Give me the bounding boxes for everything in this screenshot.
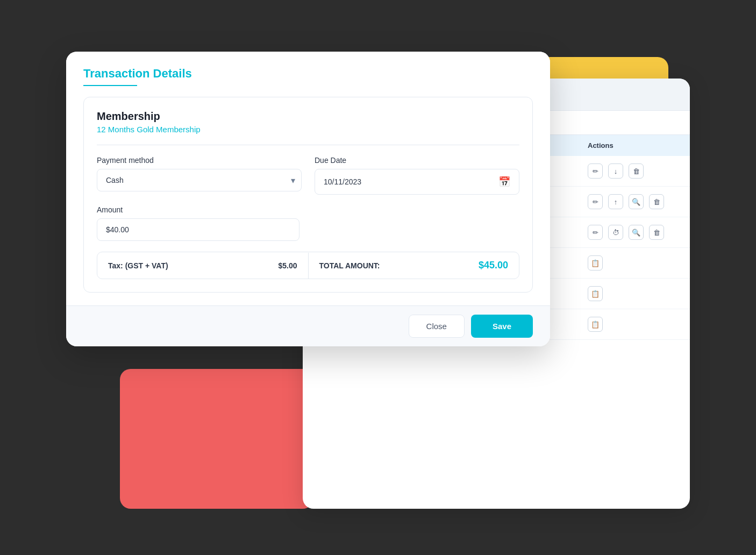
transaction-details-modal: Transaction Details Membership 12 Months… <box>66 52 550 346</box>
calendar-icon: 📅 <box>498 176 510 188</box>
detail-box: Membership 12 Months Gold Membership Pay… <box>83 97 533 293</box>
close-button[interactable]: Close <box>409 315 465 338</box>
upload-icon[interactable]: ↑ <box>608 194 623 209</box>
modal-footer: Close Save <box>66 305 550 346</box>
tax-value: $5.00 <box>278 261 297 270</box>
modal-header: Transaction Details <box>66 52 550 86</box>
payment-method-select-wrapper[interactable]: Cash Card Bank Transfer ▾ <box>97 169 302 191</box>
col-header-actions: Actions <box>588 141 679 150</box>
edit-icon[interactable]: ✏ <box>588 194 603 209</box>
edit-icon[interactable]: ✏ <box>588 225 603 240</box>
save-button[interactable]: Save <box>471 315 533 338</box>
receipt-icon[interactable]: 📋 <box>588 286 603 301</box>
row-actions: 📋 <box>588 286 679 301</box>
amount-group: Amount $40.00 <box>97 205 519 241</box>
amount-value: $40.00 <box>106 225 129 234</box>
modal-overlay: Transaction Details Membership 12 Months… <box>55 35 539 455</box>
receipt-icon[interactable]: 📋 <box>588 255 603 271</box>
total-amount: $45.00 <box>479 260 508 271</box>
payment-method-label: Payment method <box>97 156 302 165</box>
modal-title: Transaction Details <box>83 67 533 81</box>
section-title: Membership <box>97 110 519 123</box>
zoom-icon[interactable]: 🔍 <box>629 194 644 209</box>
row-actions: 📋 <box>588 317 679 332</box>
download-icon[interactable]: ↓ <box>608 163 623 179</box>
due-date-value: 10/11/2023 <box>324 177 361 186</box>
total-label: TOTAL AMOUNT: <box>319 261 380 270</box>
modal-body: Membership 12 Months Gold Membership Pay… <box>66 86 550 305</box>
tax-label: Tax: (GST + VAT) <box>108 261 168 270</box>
amount-input[interactable]: $40.00 <box>97 218 299 241</box>
divider <box>97 145 519 145</box>
delete-icon[interactable]: 🗑 <box>629 163 644 179</box>
amount-label: Amount <box>97 205 519 214</box>
tax-total-row: Tax: (GST + VAT) $5.00 TOTAL AMOUNT: $45… <box>97 252 519 279</box>
receipt-icon[interactable]: 📋 <box>588 317 603 332</box>
row-actions: ✏ ↓ 🗑 <box>588 163 679 179</box>
total-section: TOTAL AMOUNT: $45.00 <box>309 252 519 279</box>
row-actions: ✏ ⏱ 🔍 🗑 <box>588 225 679 240</box>
due-date-label: Due Date <box>315 156 519 165</box>
row-actions: 📋 <box>588 255 679 271</box>
due-date-group: Due Date 10/11/2023 📅 <box>315 156 519 195</box>
payment-method-group: Payment method Cash Card Bank Transfer ▾ <box>97 156 302 195</box>
tax-section: Tax: (GST + VAT) $5.00 <box>97 254 308 278</box>
delete-icon[interactable]: 🗑 <box>649 225 664 240</box>
form-row-top: Payment method Cash Card Bank Transfer ▾ <box>97 156 519 195</box>
section-subtitle: 12 Months Gold Membership <box>97 125 519 134</box>
payment-method-select[interactable]: Cash Card Bank Transfer <box>97 169 302 191</box>
zoom-icon[interactable]: 🔍 <box>629 225 644 240</box>
clock-icon[interactable]: ⏱ <box>608 225 623 240</box>
delete-icon[interactable]: 🗑 <box>649 194 664 209</box>
due-date-input[interactable]: 10/11/2023 📅 <box>315 169 519 195</box>
row-actions: ✏ ↑ 🔍 🗑 <box>588 194 679 209</box>
edit-icon[interactable]: ✏ <box>588 163 603 179</box>
